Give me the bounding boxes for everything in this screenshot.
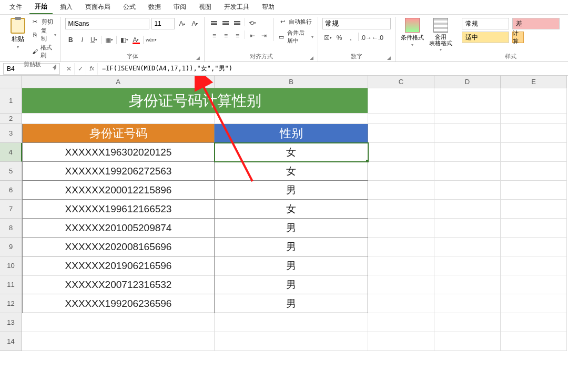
phonetic-button[interactable]: wén▾ <box>146 35 156 45</box>
row-header-14[interactable]: 14 <box>0 332 22 351</box>
header-id[interactable]: 身份证号码 <box>22 124 215 143</box>
cell-E8[interactable] <box>501 219 567 238</box>
cell-D6[interactable] <box>434 181 501 200</box>
orientation-button[interactable]: ⟲▾ <box>247 18 258 28</box>
cell-D5[interactable] <box>434 162 501 181</box>
row-header-10[interactable]: 10 <box>0 256 22 275</box>
cancel-formula-button[interactable]: ✕ <box>63 63 75 75</box>
row-header-4[interactable]: 4 <box>0 143 22 162</box>
align-center-button[interactable]: ≡ <box>220 30 231 41</box>
cell-A8[interactable]: XXXXXX201005209874 <box>22 219 215 238</box>
col-header-E[interactable]: E <box>501 76 567 88</box>
cell-B9[interactable]: 男 <box>215 238 368 256</box>
cell-E2[interactable] <box>501 114 567 124</box>
increase-font-button[interactable]: A▴ <box>177 18 187 29</box>
row-header-9[interactable]: 9 <box>0 238 22 256</box>
cell-D12[interactable] <box>434 294 501 313</box>
row-header-3[interactable]: 3 <box>0 124 22 143</box>
cell-C11[interactable] <box>368 275 434 294</box>
fill-color-button[interactable]: ◧▾ <box>119 35 129 45</box>
cell-E12[interactable] <box>501 294 567 313</box>
cell-D3[interactable] <box>434 124 501 143</box>
row-header-5[interactable]: 5 <box>0 162 22 181</box>
row-header-8[interactable]: 8 <box>0 219 22 238</box>
cell-E4[interactable] <box>501 143 567 162</box>
cell-B4[interactable]: 女 <box>215 143 368 162</box>
decrease-decimal-button[interactable]: ←.0 <box>372 33 383 43</box>
cell-D1[interactable] <box>434 88 501 114</box>
col-header-A[interactable]: A <box>22 76 215 88</box>
indent-increase-button[interactable]: ⇥ <box>259 30 269 41</box>
align-left-button[interactable]: ≡ <box>209 30 219 41</box>
cell-E5[interactable] <box>501 162 567 181</box>
formula-input[interactable] <box>98 63 568 75</box>
font-family-select[interactable] <box>65 18 149 29</box>
align-right-button[interactable]: ≡ <box>232 30 242 41</box>
number-launcher-icon[interactable]: ◢ <box>387 55 391 60</box>
font-color-button[interactable]: A▾ <box>130 35 141 45</box>
row-header-1[interactable]: 1 <box>0 88 22 114</box>
cell-D11[interactable] <box>434 275 501 294</box>
font-launcher-icon[interactable]: ◢ <box>196 55 200 60</box>
cell-A10[interactable]: XXXXXX201906216596 <box>22 256 215 275</box>
cell-D10[interactable] <box>434 256 501 275</box>
menu-insert[interactable]: 插入 <box>55 1 78 14</box>
cell-D2[interactable] <box>434 114 501 124</box>
cell-C2[interactable] <box>368 114 434 124</box>
col-header-C[interactable]: C <box>368 76 434 88</box>
menu-home[interactable]: 开始 <box>29 0 53 14</box>
increase-decimal-button[interactable]: .0→ <box>361 33 371 43</box>
cell-D9[interactable] <box>434 238 501 256</box>
style-normal[interactable]: 常规 <box>462 18 509 29</box>
font-size-select[interactable] <box>151 18 175 29</box>
row-header-2[interactable]: 2 <box>0 114 22 124</box>
cell-C1[interactable] <box>368 88 434 114</box>
alignment-launcher-icon[interactable]: ◢ <box>310 55 313 60</box>
menu-help[interactable]: 帮助 <box>257 1 280 14</box>
cell-E6[interactable] <box>501 181 567 200</box>
table-format-button[interactable]: 套用 表格格式 ▾ <box>428 18 453 52</box>
header-gender[interactable]: 性别 <box>215 124 368 143</box>
cell-B11[interactable]: 男 <box>215 275 368 294</box>
style-good[interactable]: 适中 <box>462 32 509 43</box>
row-header-13[interactable]: 13 <box>0 313 22 332</box>
clipboard-launcher-icon[interactable]: ◢ <box>53 63 56 68</box>
cell-B5[interactable]: 女 <box>215 162 368 181</box>
cell-A5[interactable]: XXXXXX199206272563 <box>22 162 215 181</box>
merge-center-button[interactable]: ▭合并后居中▾ <box>278 29 313 45</box>
row-header-12[interactable]: 12 <box>0 294 22 313</box>
wrap-text-button[interactable]: ↩自动换行 <box>278 18 313 26</box>
cell-C10[interactable] <box>368 256 434 275</box>
cut-button[interactable]: ✂剪切 <box>31 18 57 26</box>
menu-view[interactable]: 视图 <box>194 1 217 14</box>
underline-button[interactable]: U▾ <box>88 35 99 45</box>
cell-A11[interactable]: XXXXXX200712316532 <box>22 275 215 294</box>
col-header-D[interactable]: D <box>434 76 501 88</box>
menu-review[interactable]: 审阅 <box>168 1 191 14</box>
menu-formula[interactable]: 公式 <box>118 1 141 14</box>
cell-B2[interactable] <box>215 114 368 124</box>
indent-decrease-button[interactable]: ⇤ <box>247 30 258 41</box>
menu-dev[interactable]: 开发工具 <box>219 1 255 14</box>
cell-B6[interactable]: 男 <box>215 181 368 200</box>
cell-E1[interactable] <box>501 88 567 114</box>
conditional-format-button[interactable]: 条件格式 ▾ <box>400 18 425 47</box>
percent-button[interactable]: % <box>334 33 344 43</box>
select-all-corner[interactable] <box>0 76 22 88</box>
spreadsheet-grid[interactable]: A B C D E 1 身份证号码计算性别 2 3 身份证号码 性别 4XXXX… <box>0 76 568 351</box>
col-header-B[interactable]: B <box>215 76 368 88</box>
cell-E3[interactable] <box>501 124 567 143</box>
cell-E7[interactable] <box>501 200 567 219</box>
cell-A4[interactable]: XXXXXX196302020125 <box>22 143 215 162</box>
cell-C12[interactable] <box>368 294 434 313</box>
cell-E10[interactable] <box>501 256 567 275</box>
copy-button[interactable]: ⎘复制▾ <box>31 27 57 43</box>
cell-A6[interactable]: XXXXXX200012215896 <box>22 181 215 200</box>
fx-button[interactable]: fx <box>86 63 98 75</box>
style-bad[interactable]: 差 <box>512 18 560 29</box>
cell-B10[interactable]: 男 <box>215 256 368 275</box>
cell-B7[interactable]: 女 <box>215 200 368 219</box>
decrease-font-button[interactable]: A▾ <box>189 18 200 29</box>
cell-C4[interactable] <box>368 143 434 162</box>
cell-C9[interactable] <box>368 238 434 256</box>
